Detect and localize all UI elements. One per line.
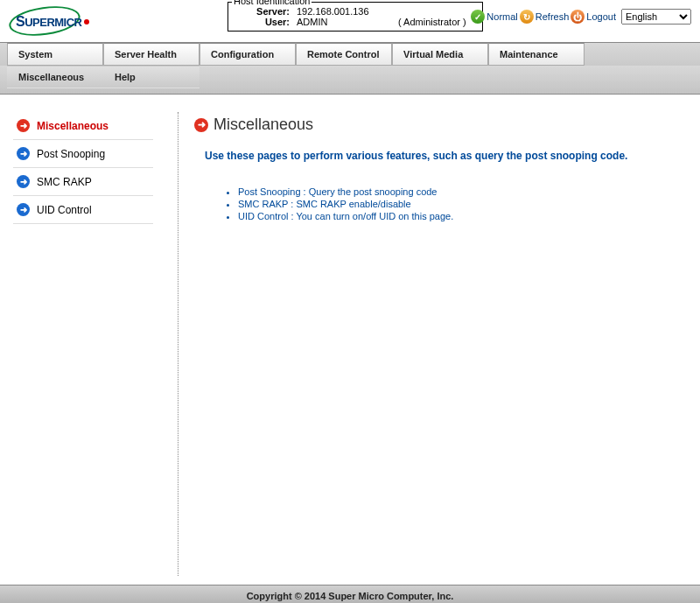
nav-row-1: System Server Health Configuration Remot… (0, 43, 700, 66)
nav-maintenance[interactable]: Maintenance (488, 43, 584, 66)
sidebar-item-label: Post Snooping (37, 148, 105, 160)
sidebar-item-label: UID Control (37, 204, 92, 216)
logout-button[interactable]: ⏻ Logout (570, 10, 616, 24)
footer: Copyright © 2014 Super Micro Computer, I… (0, 585, 700, 603)
arrow-icon: ➜ (17, 203, 30, 216)
refresh-label: Refresh (536, 11, 570, 22)
refresh-icon: ↻ (520, 10, 534, 24)
server-value: 192.168.001.136 (297, 6, 393, 17)
vertical-divider (178, 112, 178, 576)
sidebar-item-label: Miscellaneous (37, 120, 108, 132)
host-legend: Host Identification (232, 0, 312, 6)
feature-uid-control: UID Control : You can turn on/off UID on… (238, 211, 687, 221)
top-actions: ✓ Normal ↻ Refresh ⏻ Logout English (471, 9, 691, 25)
supermicro-logo: SSUPERMICRUPERMICR (9, 7, 105, 37)
main-nav: System Server Health Configuration Remot… (0, 42, 700, 95)
user-role: ( Administrator ) (398, 17, 466, 27)
page-title-text: Miscellaneous (214, 116, 313, 134)
nav-virtual-media[interactable]: Virtual Media (392, 43, 488, 66)
nav-server-health[interactable]: Server Health (103, 43, 200, 66)
sidebar-item-smc-rakp[interactable]: ➜ SMC RAKP (13, 168, 153, 196)
refresh-button[interactable]: ↻ Refresh (520, 10, 570, 24)
sidebar-item-uid-control[interactable]: ➜ UID Control (13, 196, 153, 224)
language-select[interactable]: English (621, 9, 691, 25)
nav-miscellaneous[interactable]: Miscellaneous (7, 66, 103, 88)
nav-system[interactable]: System (7, 43, 103, 66)
arrow-icon: ➜ (17, 147, 30, 160)
sidebar-item-post-snooping[interactable]: ➜ Post Snooping (13, 140, 153, 168)
sidebar-item-miscellaneous[interactable]: ➜ Miscellaneous (13, 112, 153, 140)
status-label: Normal (486, 11, 517, 22)
nav-configuration[interactable]: Configuration (200, 43, 296, 66)
body-area: ➜ Miscellaneous ➜ Post Snooping ➜ SMC RA… (0, 95, 700, 585)
logout-icon: ⏻ (570, 10, 584, 24)
logout-label: Logout (586, 11, 616, 22)
header: SSUPERMICRUPERMICR Host Identification S… (0, 0, 700, 42)
server-label: Server: (237, 6, 290, 17)
feature-post-snooping: Post Snooping : Query the post snooping … (238, 186, 687, 197)
nav-remote-control[interactable]: Remote Control (296, 43, 392, 66)
user-label: User: (237, 17, 290, 27)
arrow-icon: ➜ (194, 118, 208, 132)
arrow-icon: ➜ (17, 175, 30, 188)
nav-row-2: Miscellaneous Help (0, 66, 700, 94)
feature-list: Post Snooping : Query the post snooping … (238, 186, 687, 221)
feature-smc-rakp: SMC RAKP : SMC RAKP enable/disable (238, 199, 687, 209)
status-normal: ✓ Normal (471, 10, 517, 24)
page-title: ➜ Miscellaneous (194, 116, 687, 134)
check-icon: ✓ (471, 10, 485, 24)
host-identification-box: Host Identification Server: 192.168.001.… (228, 2, 483, 32)
content: ➜ Miscellaneous Use these pages to perfo… (194, 112, 687, 576)
user-value: ADMIN (297, 17, 393, 27)
page-intro: Use these pages to perform various featu… (205, 150, 687, 162)
nav-help[interactable]: Help (103, 66, 200, 88)
arrow-icon: ➜ (17, 119, 30, 132)
sidebar: ➜ Miscellaneous ➜ Post Snooping ➜ SMC RA… (13, 112, 153, 576)
sidebar-item-label: SMC RAKP (37, 176, 92, 188)
